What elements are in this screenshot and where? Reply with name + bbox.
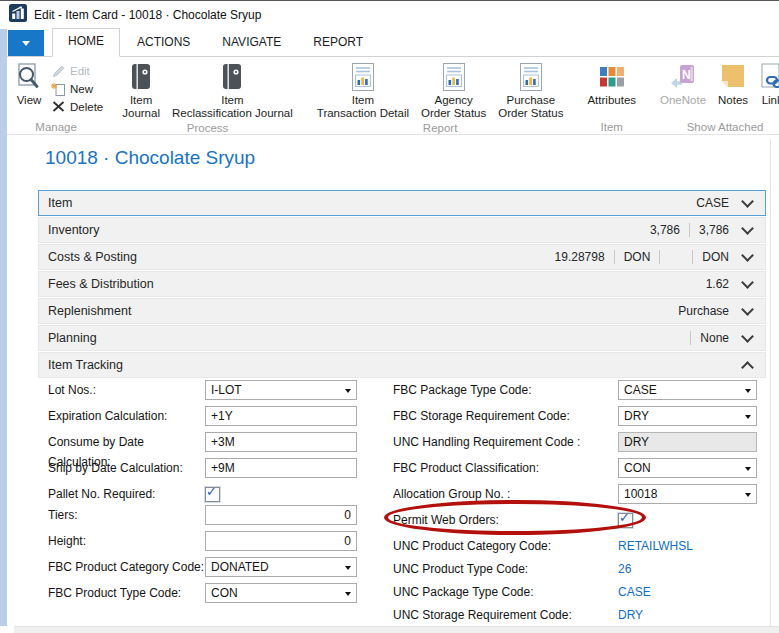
field-row-unc-package-type-code: UNC Package Type Code:CASE	[393, 582, 763, 605]
tab-actions[interactable]: ACTIONS	[122, 29, 205, 56]
fbc-storage-requirement-code-dropdown[interactable]: DRY	[618, 406, 757, 426]
field-row-fbc-storage-requirement-code: FBC Storage Requirement Code:DRY	[393, 406, 763, 432]
chevron-down-icon	[22, 41, 30, 46]
permit-web-orders-checkbox[interactable]: ✓	[618, 513, 633, 528]
fasttab-planning[interactable]: PlanningNone	[38, 325, 766, 351]
dropdown-arrow-icon[interactable]	[345, 566, 351, 570]
field-label: FBC Product Type Code:	[48, 583, 205, 603]
fbc-package-type-code-dropdown[interactable]: CASE	[618, 380, 757, 400]
fasttab-item[interactable]: ItemCASE	[38, 190, 766, 216]
notes-button[interactable]: Notes	[713, 59, 753, 108]
chevron-down-icon	[729, 308, 765, 314]
allocation-group-no-dropdown[interactable]: 10018	[618, 484, 757, 504]
fbc-product-classification-dropdown[interactable]: CON	[618, 458, 757, 478]
fbc-product-type-code-dropdown[interactable]: CON	[205, 583, 357, 603]
field-label: UNC Handling Requirement Code :	[393, 432, 618, 452]
button-label: ItemJournal	[122, 94, 160, 120]
dropdown-arrow-icon[interactable]	[345, 389, 351, 393]
new-button[interactable]: New	[51, 80, 103, 97]
dropdown-arrow-icon[interactable]	[745, 415, 751, 419]
field-row-expiration-calculation: Expiration Calculation:	[48, 406, 363, 432]
ribbon-groups: ViewEditNewDeleteManageItemJournalItemRe…	[6, 59, 779, 135]
delete-button[interactable]: Delete	[51, 98, 103, 115]
fbc-product-category-code-dropdown[interactable]: DONATED	[205, 557, 357, 577]
dropdown-value: CON	[624, 461, 651, 475]
field-label: Ship by Date Calculation:	[48, 458, 205, 478]
chevron-down-icon	[729, 200, 765, 206]
fasttab-costs-posting[interactable]: Costs & Posting19.28798DONDON	[38, 244, 766, 270]
item-transaction-detail-button[interactable]: ItemTransaction Detail	[312, 59, 414, 121]
group-label: Manage	[9, 120, 103, 135]
dropdown-arrow-icon[interactable]	[745, 389, 751, 393]
view-button[interactable]: View	[9, 59, 49, 108]
height-input[interactable]	[205, 531, 357, 551]
item-reclassification-journal-button[interactable]: ItemReclassification Journal	[167, 59, 298, 121]
button-label: Links	[762, 94, 779, 107]
summary-divider	[689, 223, 690, 237]
button-label: PurchaseOrder Status	[498, 94, 563, 120]
summary-divider	[690, 331, 691, 345]
unc-handling-requirement-code-field: DRY	[618, 432, 757, 452]
page-title: 10018 · Chocolate Sryup	[45, 147, 255, 169]
links-button[interactable]: Links	[755, 59, 779, 108]
dropdown-arrow-icon[interactable]	[345, 592, 351, 596]
unc-package-type-code-value[interactable]: CASE	[618, 582, 651, 602]
lot-nos-dropdown[interactable]: I-LOT	[205, 380, 357, 400]
fasttab-summary: None	[667, 331, 729, 345]
field-row-ship-by-date-calculation: Ship by Date Calculation:	[48, 458, 363, 484]
field-value: DRY	[624, 435, 649, 449]
field-row-allocation-group-no: Allocation Group No. :10018	[393, 484, 763, 510]
fasttab-summary: 3,7863,786	[650, 223, 729, 237]
fasttab-fees-distribution[interactable]: Fees & Distribution1.62	[38, 271, 766, 297]
fasttab-summary: CASE	[696, 196, 729, 210]
chevron-down-icon	[729, 281, 765, 287]
dropdown-arrow-icon[interactable]	[745, 493, 751, 497]
field-row-fbc-product-classification: FBC Product Classification:CON	[393, 458, 763, 484]
links-icon	[760, 60, 779, 93]
checkmark-icon: ✓	[206, 484, 217, 499]
tiers-input[interactable]	[205, 505, 357, 525]
group-label: Process	[117, 121, 298, 135]
field-label: Permit Web Orders:	[393, 510, 618, 530]
attributes-button[interactable]: Attributes	[582, 59, 641, 108]
field-label: Pallet No. Required:	[48, 484, 205, 504]
dropdown-arrow-icon[interactable]	[745, 467, 751, 471]
button-label: OneNote	[660, 94, 706, 107]
summary-divider	[614, 250, 615, 264]
tab-home[interactable]: HOME	[52, 28, 120, 57]
tab-navigate[interactable]: NAVIGATE	[207, 29, 296, 56]
field-row-unc-product-category-code: UNC Product Category Code:RETAILWHSL	[393, 536, 763, 559]
unc-storage-requirement-code-value[interactable]: DRY	[618, 605, 643, 625]
pallet-no-required-checkbox[interactable]: ✓	[205, 487, 220, 502]
edit-icon	[51, 64, 66, 78]
summary-value: 3,786	[699, 223, 729, 237]
button-label: Edit	[70, 65, 90, 77]
group-label: Item	[582, 120, 641, 135]
item-journal-button[interactable]: ItemJournal	[117, 59, 165, 121]
consume-by-date-calculation-input[interactable]	[205, 432, 357, 452]
fasttab-replenishment[interactable]: ReplenishmentPurchase	[38, 298, 766, 324]
field-label: UNC Package Type Code:	[393, 582, 618, 602]
notes-icon	[718, 60, 748, 93]
app-menu-button[interactable]	[8, 30, 44, 56]
window-border-bottom	[14, 626, 779, 633]
ship-by-date-calculation-input[interactable]	[205, 458, 357, 478]
dropdown-value: 10018	[624, 487, 657, 501]
agency-order-status-button[interactable]: AgencyOrder Status	[416, 59, 491, 121]
unc-product-category-code-value[interactable]: RETAILWHSL	[618, 536, 693, 556]
journal-icon	[218, 60, 246, 93]
field-row-unc-product-type-code: UNC Product Type Code:26	[393, 559, 763, 582]
unc-product-type-code-value[interactable]: 26	[618, 559, 631, 579]
purchase-order-status-button[interactable]: PurchaseOrder Status	[493, 59, 568, 121]
expiration-calculation-input[interactable]	[205, 406, 357, 426]
svg-text:N: N	[682, 68, 691, 82]
button-label: ItemTransaction Detail	[317, 94, 409, 120]
fasttab-item-tracking[interactable]: Item Tracking	[38, 352, 766, 378]
button-label: View	[17, 94, 42, 107]
field-row-unc-handling-requirement-code: UNC Handling Requirement Code :DRY	[393, 432, 763, 458]
tab-report[interactable]: REPORT	[298, 29, 378, 56]
fasttab-inventory[interactable]: Inventory3,7863,786	[38, 217, 766, 243]
report-icon	[349, 60, 377, 93]
field-row-fbc-product-category-code: FBC Product Category Code:DONATED	[48, 557, 363, 583]
button-label: Notes	[718, 94, 748, 107]
